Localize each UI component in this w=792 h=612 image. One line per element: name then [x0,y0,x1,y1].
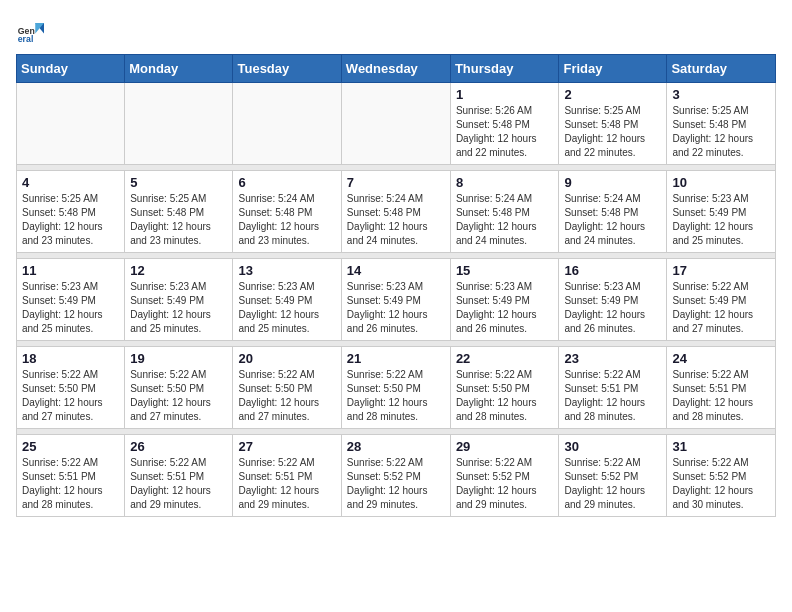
calendar-cell: 9Sunrise: 5:24 AM Sunset: 5:48 PM Daylig… [559,171,667,253]
calendar-cell: 7Sunrise: 5:24 AM Sunset: 5:48 PM Daylig… [341,171,450,253]
calendar-header-row: SundayMondayTuesdayWednesdayThursdayFrid… [17,55,776,83]
day-info: Sunrise: 5:24 AM Sunset: 5:48 PM Dayligh… [238,192,335,248]
calendar-header-tuesday: Tuesday [233,55,341,83]
calendar-cell: 13Sunrise: 5:23 AM Sunset: 5:49 PM Dayli… [233,259,341,341]
calendar-cell: 5Sunrise: 5:25 AM Sunset: 5:48 PM Daylig… [125,171,233,253]
day-info: Sunrise: 5:24 AM Sunset: 5:48 PM Dayligh… [456,192,554,248]
day-info: Sunrise: 5:23 AM Sunset: 5:49 PM Dayligh… [347,280,445,336]
day-info: Sunrise: 5:25 AM Sunset: 5:48 PM Dayligh… [130,192,227,248]
day-number: 13 [238,263,335,278]
calendar-cell: 27Sunrise: 5:22 AM Sunset: 5:51 PM Dayli… [233,435,341,517]
day-info: Sunrise: 5:22 AM Sunset: 5:51 PM Dayligh… [22,456,119,512]
svg-text:eral: eral [18,34,34,44]
calendar-cell: 26Sunrise: 5:22 AM Sunset: 5:51 PM Dayli… [125,435,233,517]
day-info: Sunrise: 5:22 AM Sunset: 5:52 PM Dayligh… [456,456,554,512]
day-number: 17 [672,263,770,278]
day-number: 7 [347,175,445,190]
day-number: 1 [456,87,554,102]
day-number: 23 [564,351,661,366]
calendar-header-saturday: Saturday [667,55,776,83]
calendar-cell [17,83,125,165]
day-info: Sunrise: 5:22 AM Sunset: 5:51 PM Dayligh… [564,368,661,424]
day-info: Sunrise: 5:25 AM Sunset: 5:48 PM Dayligh… [564,104,661,160]
calendar-cell: 29Sunrise: 5:22 AM Sunset: 5:52 PM Dayli… [450,435,559,517]
day-info: Sunrise: 5:23 AM Sunset: 5:49 PM Dayligh… [456,280,554,336]
calendar-week-5: 25Sunrise: 5:22 AM Sunset: 5:51 PM Dayli… [17,435,776,517]
day-info: Sunrise: 5:22 AM Sunset: 5:50 PM Dayligh… [238,368,335,424]
day-number: 19 [130,351,227,366]
day-number: 30 [564,439,661,454]
day-info: Sunrise: 5:25 AM Sunset: 5:48 PM Dayligh… [672,104,770,160]
day-info: Sunrise: 5:23 AM Sunset: 5:49 PM Dayligh… [22,280,119,336]
day-number: 14 [347,263,445,278]
calendar-cell: 18Sunrise: 5:22 AM Sunset: 5:50 PM Dayli… [17,347,125,429]
calendar-header-monday: Monday [125,55,233,83]
calendar-cell: 15Sunrise: 5:23 AM Sunset: 5:49 PM Dayli… [450,259,559,341]
day-info: Sunrise: 5:22 AM Sunset: 5:50 PM Dayligh… [130,368,227,424]
day-info: Sunrise: 5:26 AM Sunset: 5:48 PM Dayligh… [456,104,554,160]
day-number: 3 [672,87,770,102]
day-number: 25 [22,439,119,454]
calendar-cell [125,83,233,165]
calendar-cell: 19Sunrise: 5:22 AM Sunset: 5:50 PM Dayli… [125,347,233,429]
day-number: 16 [564,263,661,278]
day-number: 29 [456,439,554,454]
day-info: Sunrise: 5:24 AM Sunset: 5:48 PM Dayligh… [347,192,445,248]
calendar-cell: 28Sunrise: 5:22 AM Sunset: 5:52 PM Dayli… [341,435,450,517]
logo: Gen eral [16,16,48,44]
calendar-week-1: 1Sunrise: 5:26 AM Sunset: 5:48 PM Daylig… [17,83,776,165]
calendar-cell: 23Sunrise: 5:22 AM Sunset: 5:51 PM Dayli… [559,347,667,429]
day-info: Sunrise: 5:22 AM Sunset: 5:50 PM Dayligh… [22,368,119,424]
page-header: Gen eral [16,16,776,44]
calendar-cell: 12Sunrise: 5:23 AM Sunset: 5:49 PM Dayli… [125,259,233,341]
day-number: 12 [130,263,227,278]
calendar-cell: 16Sunrise: 5:23 AM Sunset: 5:49 PM Dayli… [559,259,667,341]
calendar-cell: 3Sunrise: 5:25 AM Sunset: 5:48 PM Daylig… [667,83,776,165]
calendar-cell: 6Sunrise: 5:24 AM Sunset: 5:48 PM Daylig… [233,171,341,253]
calendar-cell: 17Sunrise: 5:22 AM Sunset: 5:49 PM Dayli… [667,259,776,341]
day-number: 22 [456,351,554,366]
day-number: 28 [347,439,445,454]
calendar-cell: 30Sunrise: 5:22 AM Sunset: 5:52 PM Dayli… [559,435,667,517]
day-number: 4 [22,175,119,190]
day-number: 20 [238,351,335,366]
calendar-cell: 4Sunrise: 5:25 AM Sunset: 5:48 PM Daylig… [17,171,125,253]
day-info: Sunrise: 5:22 AM Sunset: 5:51 PM Dayligh… [238,456,335,512]
day-info: Sunrise: 5:22 AM Sunset: 5:51 PM Dayligh… [130,456,227,512]
day-number: 21 [347,351,445,366]
day-info: Sunrise: 5:23 AM Sunset: 5:49 PM Dayligh… [672,192,770,248]
calendar-table: SundayMondayTuesdayWednesdayThursdayFrid… [16,54,776,517]
day-number: 27 [238,439,335,454]
calendar-cell: 2Sunrise: 5:25 AM Sunset: 5:48 PM Daylig… [559,83,667,165]
calendar-cell: 31Sunrise: 5:22 AM Sunset: 5:52 PM Dayli… [667,435,776,517]
day-info: Sunrise: 5:22 AM Sunset: 5:52 PM Dayligh… [347,456,445,512]
day-info: Sunrise: 5:23 AM Sunset: 5:49 PM Dayligh… [564,280,661,336]
calendar-week-3: 11Sunrise: 5:23 AM Sunset: 5:49 PM Dayli… [17,259,776,341]
day-number: 2 [564,87,661,102]
calendar-cell [341,83,450,165]
calendar-cell: 14Sunrise: 5:23 AM Sunset: 5:49 PM Dayli… [341,259,450,341]
day-info: Sunrise: 5:25 AM Sunset: 5:48 PM Dayligh… [22,192,119,248]
day-info: Sunrise: 5:22 AM Sunset: 5:50 PM Dayligh… [347,368,445,424]
calendar-week-4: 18Sunrise: 5:22 AM Sunset: 5:50 PM Dayli… [17,347,776,429]
day-info: Sunrise: 5:24 AM Sunset: 5:48 PM Dayligh… [564,192,661,248]
calendar-cell: 10Sunrise: 5:23 AM Sunset: 5:49 PM Dayli… [667,171,776,253]
day-number: 18 [22,351,119,366]
day-info: Sunrise: 5:23 AM Sunset: 5:49 PM Dayligh… [238,280,335,336]
calendar-header-friday: Friday [559,55,667,83]
calendar-week-2: 4Sunrise: 5:25 AM Sunset: 5:48 PM Daylig… [17,171,776,253]
day-number: 24 [672,351,770,366]
calendar-cell: 24Sunrise: 5:22 AM Sunset: 5:51 PM Dayli… [667,347,776,429]
calendar-cell: 8Sunrise: 5:24 AM Sunset: 5:48 PM Daylig… [450,171,559,253]
calendar-cell: 21Sunrise: 5:22 AM Sunset: 5:50 PM Dayli… [341,347,450,429]
day-number: 6 [238,175,335,190]
day-info: Sunrise: 5:22 AM Sunset: 5:51 PM Dayligh… [672,368,770,424]
calendar-cell: 22Sunrise: 5:22 AM Sunset: 5:50 PM Dayli… [450,347,559,429]
calendar-cell: 11Sunrise: 5:23 AM Sunset: 5:49 PM Dayli… [17,259,125,341]
day-info: Sunrise: 5:22 AM Sunset: 5:52 PM Dayligh… [564,456,661,512]
day-number: 31 [672,439,770,454]
day-number: 8 [456,175,554,190]
calendar-header-wednesday: Wednesday [341,55,450,83]
day-info: Sunrise: 5:22 AM Sunset: 5:52 PM Dayligh… [672,456,770,512]
calendar-cell [233,83,341,165]
